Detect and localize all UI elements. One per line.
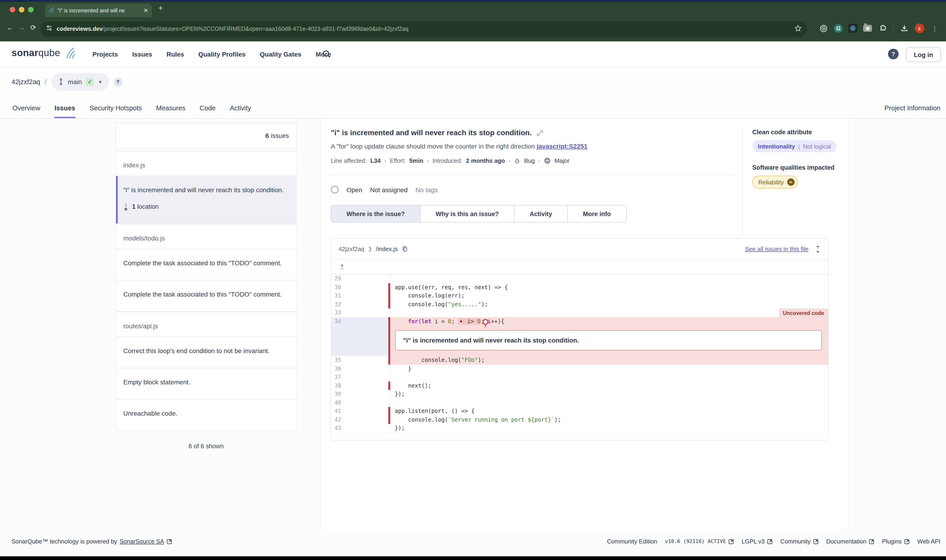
browser-tab[interactable]: "i" is incremented and will ne ✕ bbox=[45, 4, 152, 17]
detail-tab-activity[interactable]: Activity bbox=[514, 206, 567, 222]
severity-major-icon bbox=[544, 157, 551, 164]
tab-overview[interactable]: Overview bbox=[12, 105, 40, 118]
footer-link-web-api[interactable]: Web API bbox=[917, 538, 940, 545]
nav-item-quality-profiles[interactable]: Quality Profiles bbox=[198, 51, 245, 58]
minimize-window-button[interactable] bbox=[19, 7, 25, 12]
sidebar-file-name[interactable]: routes/api.js bbox=[116, 312, 297, 337]
branch-help-icon[interactable]: ? bbox=[114, 77, 122, 86]
screenshot-extension-icon[interactable] bbox=[863, 25, 872, 32]
issue-item-text: Complete the task associated to this "TO… bbox=[123, 258, 289, 268]
detail-tab-why-is-this-an-issue-[interactable]: Why is this an issue? bbox=[420, 206, 514, 222]
footer-link-plugins[interactable]: Plugins bbox=[882, 538, 909, 545]
bookmark-star-icon[interactable] bbox=[795, 25, 801, 33]
tab-close-icon[interactable]: ✕ bbox=[144, 8, 148, 13]
permalink-icon[interactable] bbox=[536, 129, 543, 136]
project-information-link[interactable]: Project Information bbox=[884, 105, 940, 112]
tab-code[interactable]: Code bbox=[200, 105, 216, 118]
downloads-icon[interactable] bbox=[900, 24, 909, 33]
footer-link-community[interactable]: Community bbox=[780, 538, 819, 545]
sonarsource-link[interactable]: SonarSource SA bbox=[120, 538, 164, 545]
copy-icon[interactable] bbox=[401, 246, 408, 252]
clean-code-attribute-pill[interactable]: Intentionality|Not logical bbox=[752, 140, 836, 152]
line-number[interactable]: 29 bbox=[331, 274, 388, 283]
help-icon[interactable]: ? bbox=[888, 49, 899, 59]
issue-status[interactable]: Open bbox=[346, 186, 362, 193]
nav-item-issues[interactable]: Issues bbox=[132, 51, 152, 58]
address-bar[interactable]: codereviews.dev/project/issues?issueStat… bbox=[40, 21, 807, 37]
sidebar-file-name[interactable]: index.js bbox=[116, 151, 297, 175]
back-icon[interactable]: ← bbox=[6, 23, 13, 31]
line-number[interactable]: 43 bbox=[331, 424, 388, 432]
line-number[interactable]: 33 bbox=[331, 309, 388, 317]
footer-link-v10-6-92116-active[interactable]: v10.6 (92116) ACTIVE bbox=[665, 538, 734, 545]
line-number[interactable]: 38 bbox=[331, 382, 388, 390]
line-number[interactable]: 36 bbox=[331, 365, 388, 373]
sidebar-issue-item[interactable]: Complete the task associated to this "TO… bbox=[116, 281, 297, 312]
nav-item-projects[interactable]: Projects bbox=[93, 51, 118, 58]
profile-avatar[interactable]: k bbox=[915, 23, 924, 33]
code-breadcrumb-project[interactable]: 42jzxf2aq bbox=[339, 246, 364, 252]
new-tab-button[interactable]: + bbox=[158, 4, 163, 13]
code-text: app.use((err, req, res, next) => { bbox=[390, 283, 828, 291]
sonarqube-logo[interactable]: sonarqube bbox=[11, 47, 75, 59]
grammarly-extension-icon[interactable]: G bbox=[834, 24, 843, 32]
line-number[interactable]: 37 bbox=[331, 373, 388, 382]
sidebar-file-name[interactable]: models/todo.js bbox=[116, 224, 297, 249]
detail-tab-more-info[interactable]: More info bbox=[567, 206, 626, 222]
line-number[interactable]: 39 bbox=[331, 390, 388, 398]
line-number[interactable]: 35 bbox=[331, 356, 388, 365]
rule-link[interactable]: javascript:S2251 bbox=[537, 143, 588, 150]
site-settings-icon[interactable] bbox=[46, 25, 52, 33]
close-window-button[interactable] bbox=[10, 7, 15, 12]
react-devtools-extension-icon[interactable] bbox=[849, 24, 857, 33]
app-header: sonarqube ProjectsIssuesRulesQuality Pro… bbox=[0, 42, 946, 67]
tab-measures[interactable]: Measures bbox=[156, 105, 185, 118]
footer-link-documentation[interactable]: Documentation bbox=[826, 538, 874, 545]
line-number[interactable]: 40 bbox=[331, 398, 388, 407]
orbit-extension-icon[interactable] bbox=[819, 24, 828, 33]
login-button[interactable]: Log in bbox=[906, 47, 941, 62]
reliability-pill[interactable]: Reliability bbox=[752, 175, 798, 189]
branch-selector[interactable]: main ✓ ▼ bbox=[51, 73, 109, 91]
sidebar-file-group: routes/api.jsCorrect this loop's end con… bbox=[116, 312, 297, 431]
browser-menu-icon[interactable]: ⋮ bbox=[931, 24, 940, 33]
nav-item-rules[interactable]: Rules bbox=[167, 51, 184, 58]
line-number[interactable]: 41 bbox=[331, 407, 388, 415]
line-number[interactable]: 32 bbox=[331, 300, 388, 309]
tab-issues[interactable]: Issues bbox=[54, 105, 75, 118]
expand-vertical-icon[interactable] bbox=[815, 245, 821, 253]
sidebar-issue-item[interactable]: Correct this loop's end condition to not… bbox=[116, 337, 297, 369]
line-number[interactable]: 42 bbox=[331, 415, 388, 424]
url-text[interactable]: codereviews.dev/project/issues?issueStat… bbox=[57, 26, 790, 32]
search-icon[interactable] bbox=[322, 50, 331, 60]
issue-location-marker[interactable] bbox=[459, 319, 464, 323]
detail-tab-where-is-the-issue-[interactable]: Where is the issue? bbox=[331, 206, 420, 222]
sidebar-issue-item[interactable]: Unreachable code. bbox=[116, 400, 297, 431]
tab-security-hotspots[interactable]: Security Hotspots bbox=[90, 105, 142, 118]
line-number[interactable]: 31 bbox=[331, 291, 388, 300]
sidebar-issue-item[interactable]: "i" is incremented and will never reach … bbox=[116, 175, 297, 224]
sidebar-file-group: index.js"i" is incremented and will neve… bbox=[116, 151, 297, 224]
inline-issue-message[interactable]: "i" is incremented and will never reach … bbox=[395, 330, 822, 350]
footer-link-community-edition[interactable]: Community Edition bbox=[607, 538, 657, 545]
quality-gate-check-icon: ✓ bbox=[86, 78, 94, 86]
issue-locations[interactable]: 1 location bbox=[123, 202, 289, 212]
footer-link-lgpl-v3[interactable]: LGPL v3 bbox=[741, 538, 772, 545]
line-number[interactable]: 34 bbox=[331, 317, 388, 326]
extensions-puzzle-icon[interactable] bbox=[878, 24, 887, 33]
reload-icon[interactable]: ⟳ bbox=[30, 23, 36, 32]
line-number[interactable]: 30 bbox=[331, 283, 388, 291]
issue-assignee[interactable]: Not assigned bbox=[370, 186, 407, 193]
expand-code-up-icon[interactable] bbox=[339, 263, 346, 270]
tab-activity[interactable]: Activity bbox=[230, 105, 251, 118]
code-line: 32 console.log("yes....."); bbox=[331, 300, 828, 309]
see-all-issues-link[interactable]: See all issues in this file bbox=[745, 246, 809, 252]
issue-tags[interactable]: No tags bbox=[415, 186, 438, 193]
sidebar-issue-item[interactable]: Complete the task associated to this "TO… bbox=[116, 249, 297, 281]
nav-item-quality-gates[interactable]: Quality Gates bbox=[260, 51, 301, 58]
sidebar-issue-item[interactable]: Empty block statement. bbox=[116, 369, 297, 400]
forward-icon[interactable]: → bbox=[19, 23, 25, 31]
project-key[interactable]: 42jzxf2aq bbox=[11, 78, 40, 86]
issue-detail-tabs: Where is the issue?Why is this an issue?… bbox=[331, 205, 627, 223]
maximize-window-button[interactable] bbox=[28, 7, 34, 12]
